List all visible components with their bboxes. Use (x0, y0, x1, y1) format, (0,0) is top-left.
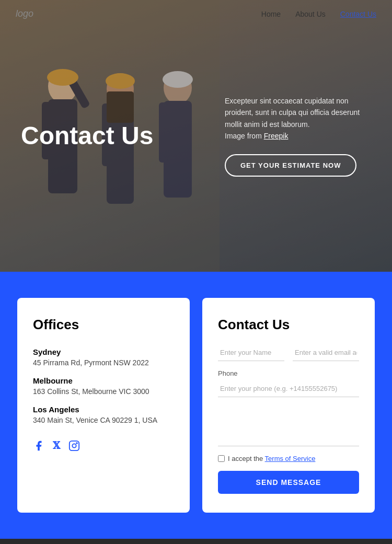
office-melbourne: Melbourne 163 Collins St, Melbourne VIC … (33, 376, 174, 396)
contact-form-title: Contact Us (218, 317, 359, 333)
logo: logo (16, 8, 33, 19)
phone-input[interactable] (218, 380, 359, 397)
freepik-link[interactable]: Freepik (264, 132, 289, 140)
estimate-button[interactable]: GET YOUR ESTIMATE NOW (225, 154, 356, 177)
svg-rect-17 (70, 441, 79, 450)
nav-contact[interactable]: Contact Us (340, 10, 376, 18)
terms-link[interactable]: Terms of Service (265, 455, 316, 462)
terms-label: I accept the Terms of Service (228, 455, 315, 462)
hero-content: Contact Us Excepteur sint occaecat cupid… (0, 0, 392, 272)
office-los-angeles: Los Angeles 340 Main St, Venice CA 90229… (33, 405, 174, 424)
svg-point-19 (76, 443, 77, 444)
svg-point-18 (72, 444, 76, 447)
nav-links: Home About Us Contact Us (261, 10, 376, 18)
offices-title: Offices (33, 317, 174, 333)
facebook-icon[interactable] (33, 440, 44, 452)
navbar: logo Home About Us Contact Us (0, 0, 392, 28)
hero-title: Contact Us (21, 122, 153, 150)
office-sydney: Sydney 45 Pirrama Rd, Pyrmont NSW 2022 (33, 348, 174, 367)
nav-about[interactable]: About Us (295, 10, 326, 18)
melbourne-address: 163 Collins St, Melbourne VIC 3000 (33, 387, 174, 396)
terms-checkbox-row: I accept the Terms of Service (218, 455, 359, 462)
melbourne-city: Melbourne (33, 376, 174, 385)
hero-description: Excepteur sint occaecat cupidatat non pr… (225, 95, 371, 142)
sydney-city: Sydney (33, 348, 174, 356)
phone-field-group: Phone (218, 369, 359, 397)
send-message-button[interactable]: SEND MESSAGE (218, 471, 359, 494)
footer: Sample text. Click to select the Text El… (0, 539, 392, 544)
sydney-address: 45 Pirrama Rd, Pyrmont NSW 2022 (33, 358, 174, 367)
contact-card: Contact Us Phone I accept the Terms of S… (202, 298, 375, 513)
nav-home[interactable]: Home (261, 10, 281, 18)
social-icons: 𝕏 (33, 440, 174, 452)
name-input[interactable] (218, 344, 284, 361)
la-address: 340 Main St, Venice CA 90229 1, USA (33, 416, 174, 424)
phone-label: Phone (218, 369, 359, 377)
terms-checkbox[interactable] (218, 455, 225, 462)
la-city: Los Angeles (33, 405, 174, 414)
email-input[interactable] (293, 344, 359, 361)
offices-card: Offices Sydney 45 Pirrama Rd, Pyrmont NS… (17, 298, 190, 513)
email-field-group (293, 344, 359, 361)
twitter-x-icon[interactable]: 𝕏 (53, 440, 60, 452)
message-textarea[interactable] (218, 404, 359, 446)
name-email-row (218, 344, 359, 361)
name-field-group (218, 344, 284, 361)
hero-right: Excepteur sint occaecat cupidatat non pr… (225, 95, 371, 177)
blue-section: Offices Sydney 45 Pirrama Rd, Pyrmont NS… (0, 272, 392, 539)
hero-section: Contact Us Excepteur sint occaecat cupid… (0, 0, 392, 272)
instagram-icon[interactable] (68, 440, 80, 452)
message-field-group (218, 404, 359, 446)
